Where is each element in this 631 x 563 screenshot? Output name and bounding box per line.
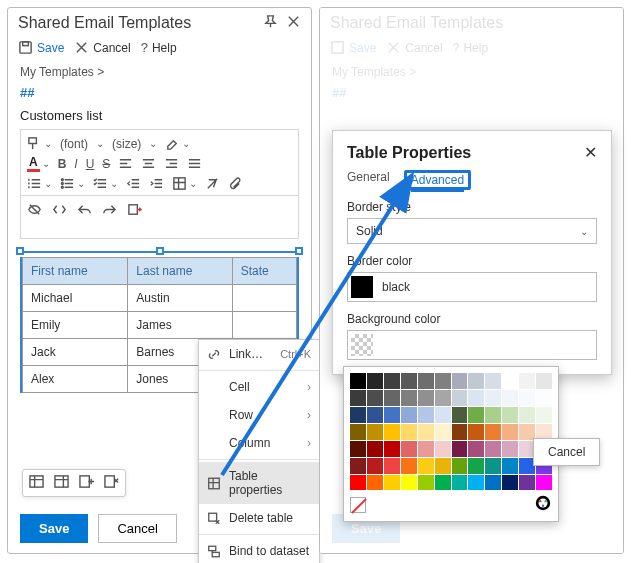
tbl-delete-col-icon[interactable] xyxy=(104,474,119,492)
no-color-icon[interactable] xyxy=(350,497,366,513)
palette-color[interactable] xyxy=(401,475,417,491)
palette-color[interactable] xyxy=(452,373,468,389)
help-button[interactable]: ? Help xyxy=(141,40,177,55)
col-state[interactable]: State xyxy=(232,258,296,285)
palette-color[interactable] xyxy=(468,458,484,474)
cancel-button[interactable]: Cancel xyxy=(74,40,130,55)
code-icon[interactable] xyxy=(52,202,67,220)
align-right-icon[interactable] xyxy=(164,156,179,171)
palette-color[interactable] xyxy=(350,475,366,491)
palette-color[interactable] xyxy=(384,424,400,440)
palette-color[interactable] xyxy=(452,390,468,406)
palette-color[interactable] xyxy=(502,424,518,440)
palette-color[interactable] xyxy=(435,407,451,423)
palette-color[interactable] xyxy=(452,424,468,440)
table-row[interactable]: MichaelAustin xyxy=(23,285,297,312)
palette-color[interactable] xyxy=(502,458,518,474)
palette-color[interactable] xyxy=(485,373,501,389)
font-select[interactable]: (font) xyxy=(60,137,88,151)
redo-icon[interactable] xyxy=(102,202,117,220)
ctx-column[interactable]: Column› xyxy=(199,429,319,457)
bg-color-input[interactable] xyxy=(347,330,597,360)
palette-color[interactable] xyxy=(536,390,552,406)
palette-color[interactable] xyxy=(452,441,468,457)
palette-color[interactable] xyxy=(418,458,434,474)
pin-icon[interactable] xyxy=(263,14,278,32)
ctx-cell[interactable]: Cell› xyxy=(199,373,319,401)
palette-color[interactable] xyxy=(435,390,451,406)
palette-color[interactable] xyxy=(401,373,417,389)
palette-color[interactable] xyxy=(418,441,434,457)
format-painter-icon[interactable]: ⌄ xyxy=(27,136,52,151)
checklist-icon[interactable]: ⌄ xyxy=(93,176,118,191)
palette-color[interactable] xyxy=(384,390,400,406)
palette-color[interactable] xyxy=(384,373,400,389)
save-button[interactable]: Save xyxy=(18,40,64,55)
palette-color[interactable] xyxy=(502,441,518,457)
palette-color[interactable] xyxy=(418,373,434,389)
palette-color[interactable] xyxy=(485,475,501,491)
footer-save-button[interactable]: Save xyxy=(20,514,88,543)
palette-color[interactable] xyxy=(485,390,501,406)
palette-color[interactable] xyxy=(401,458,417,474)
ol-icon[interactable]: ⌄ xyxy=(27,176,52,191)
palette-color[interactable] xyxy=(418,424,434,440)
ctx-link[interactable]: Link… Ctrl+K xyxy=(199,340,319,368)
palette-color[interactable] xyxy=(468,441,484,457)
align-center-icon[interactable] xyxy=(141,156,156,171)
color-picker-icon[interactable] xyxy=(534,494,552,515)
palette-color[interactable] xyxy=(519,390,535,406)
palette-color[interactable] xyxy=(384,407,400,423)
breadcrumb[interactable]: My Templates > xyxy=(8,63,311,81)
palette-color[interactable] xyxy=(452,475,468,491)
palette-color[interactable] xyxy=(418,407,434,423)
palette-color[interactable] xyxy=(452,458,468,474)
footer-cancel-button[interactable]: Cancel xyxy=(98,514,176,543)
table-icon[interactable]: ⌄ xyxy=(172,176,197,191)
align-left-icon[interactable] xyxy=(118,156,133,171)
palette-color[interactable] xyxy=(519,407,535,423)
palette-color[interactable] xyxy=(367,424,383,440)
ctx-bind-dataset[interactable]: Bind to dataset xyxy=(199,537,319,563)
palette-color[interactable] xyxy=(468,475,484,491)
palette-color[interactable] xyxy=(418,475,434,491)
ul-icon[interactable]: ⌄ xyxy=(60,176,85,191)
close-icon[interactable] xyxy=(286,14,301,32)
ctx-row[interactable]: Row› xyxy=(199,401,319,429)
palette-color[interactable] xyxy=(401,424,417,440)
ctx-table-properties[interactable]: Table properties xyxy=(199,462,319,504)
border-color-input[interactable]: black xyxy=(347,272,597,302)
dialog-close-icon[interactable]: ✕ xyxy=(584,143,597,162)
palette-color[interactable] xyxy=(401,407,417,423)
palette-color[interactable] xyxy=(536,475,552,491)
palette-color[interactable] xyxy=(350,407,366,423)
tbl-layout1-icon[interactable] xyxy=(29,474,44,492)
palette-color[interactable] xyxy=(350,373,366,389)
palette-color[interactable] xyxy=(350,441,366,457)
visibility-icon[interactable] xyxy=(27,202,42,220)
palette-color[interactable] xyxy=(401,441,417,457)
italic-icon[interactable]: I xyxy=(74,157,77,171)
palette-color[interactable] xyxy=(418,390,434,406)
palette-color[interactable] xyxy=(485,424,501,440)
palette-color[interactable] xyxy=(384,458,400,474)
palette-color[interactable] xyxy=(435,475,451,491)
palette-color[interactable] xyxy=(435,458,451,474)
tab-advanced[interactable]: Advanced xyxy=(411,173,464,192)
underline-icon[interactable]: U xyxy=(86,157,95,171)
tbl-layout2-icon[interactable] xyxy=(54,474,69,492)
ctx-delete-table[interactable]: Delete table xyxy=(199,504,319,532)
tab-general[interactable]: General xyxy=(347,170,390,190)
palette-color[interactable] xyxy=(367,407,383,423)
palette-color[interactable] xyxy=(367,390,383,406)
undo-icon[interactable] xyxy=(77,202,92,220)
palette-color[interactable] xyxy=(519,475,535,491)
palette-color[interactable] xyxy=(536,373,552,389)
palette-color[interactable] xyxy=(350,390,366,406)
palette-color[interactable] xyxy=(502,475,518,491)
palette-color[interactable] xyxy=(468,373,484,389)
border-style-select[interactable]: Solid ⌄ xyxy=(347,218,597,244)
palette-color[interactable] xyxy=(468,390,484,406)
palette-color[interactable] xyxy=(367,458,383,474)
col-lastname[interactable]: Last name xyxy=(128,258,232,285)
